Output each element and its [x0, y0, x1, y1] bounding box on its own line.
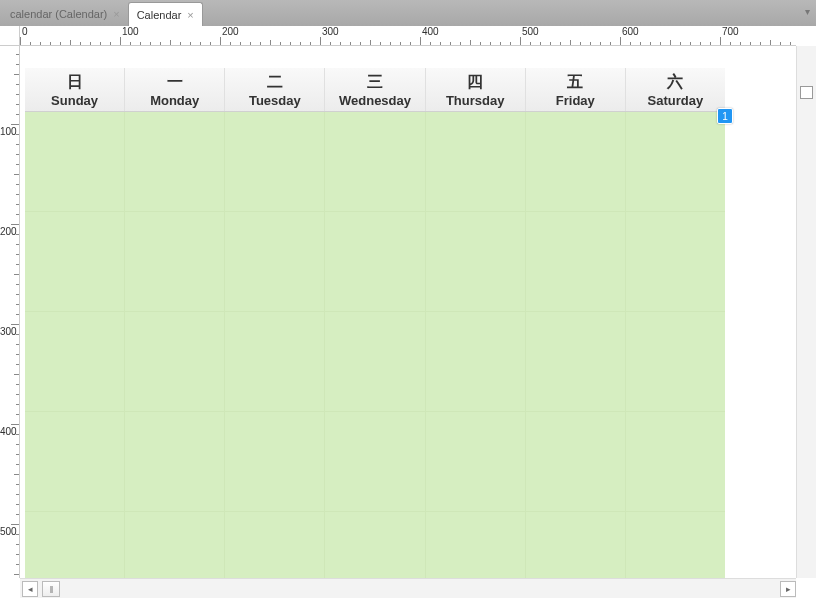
scroll-left-button[interactable]: ◂: [22, 581, 38, 597]
scroll-thumb[interactable]: |||: [42, 581, 60, 597]
calendar-cell[interactable]: [626, 412, 725, 511]
horizontal-scrollbar-area: ◂ ||| ▸: [20, 578, 796, 598]
calendar-header-cell: 五Friday: [526, 68, 626, 111]
calendar-cell[interactable]: [526, 512, 626, 578]
tab-menu-button[interactable]: ▾: [805, 6, 810, 17]
calendar-cell[interactable]: [526, 412, 626, 511]
day-label-eng: Sunday: [25, 93, 124, 108]
calendar-cell[interactable]: [325, 512, 425, 578]
day-label-cjk: 四: [426, 72, 525, 93]
calendar-cell[interactable]: [125, 112, 225, 211]
day-label-eng: Friday: [526, 93, 625, 108]
design-canvas[interactable]: 日Sunday一Monday二Tuesday三Wednesday四Thursda…: [20, 46, 796, 578]
design-workspace: 0100200300400500600700 100200300400500 日…: [0, 26, 816, 598]
calendar-cell[interactable]: [426, 512, 526, 578]
calendar-cell[interactable]: [325, 112, 425, 211]
day-label-eng: Saturday: [626, 93, 725, 108]
day-label-cjk: 二: [225, 72, 324, 93]
calendar-row: [25, 312, 725, 412]
tab-label: calendar (Calendar): [10, 8, 107, 20]
calendar-cell[interactable]: [426, 212, 526, 311]
ruler-label: 500: [0, 526, 17, 537]
day-label-eng: Wednesday: [325, 93, 424, 108]
calendar-cell[interactable]: [125, 412, 225, 511]
day-label-cjk: 日: [25, 72, 124, 93]
calendar-row: [25, 412, 725, 512]
day-label-cjk: 五: [526, 72, 625, 93]
tab-label: Calendar: [137, 9, 182, 21]
calendar-widget[interactable]: 日Sunday一Monday二Tuesday三Wednesday四Thursda…: [25, 68, 725, 578]
day-label-eng: Monday: [125, 93, 224, 108]
calendar-cell[interactable]: [426, 112, 526, 211]
ruler-label: 100: [122, 26, 139, 37]
vertical-ruler: 100200300400500: [0, 46, 20, 578]
calendar-cell[interactable]: [25, 212, 125, 311]
ruler-label: 200: [222, 26, 239, 37]
ruler-label: 300: [0, 326, 17, 337]
calendar-cell[interactable]: [125, 212, 225, 311]
close-icon[interactable]: ×: [187, 9, 193, 21]
calendar-cell[interactable]: [225, 412, 325, 511]
tab-calendar-design[interactable]: Calendar ×: [128, 2, 203, 26]
calendar-row: [25, 112, 725, 212]
calendar-cell[interactable]: [25, 512, 125, 578]
calendar-cell[interactable]: [225, 512, 325, 578]
calendar-cell[interactable]: [325, 312, 425, 411]
calendar-cell[interactable]: [526, 212, 626, 311]
calendar-row: [25, 512, 725, 578]
day-label-eng: Thursday: [426, 93, 525, 108]
calendar-cell[interactable]: [225, 212, 325, 311]
calendar-cell[interactable]: [626, 312, 725, 411]
calendar-cell[interactable]: [426, 312, 526, 411]
calendar-cell[interactable]: [626, 512, 725, 578]
calendar-cell[interactable]: [125, 512, 225, 578]
ruler-label: 400: [0, 426, 17, 437]
calendar-cell[interactable]: [526, 312, 626, 411]
tab-bar: calendar (Calendar) × Calendar × ▾: [0, 0, 816, 26]
overview-box-icon[interactable]: [800, 86, 813, 99]
ruler-label: 300: [322, 26, 339, 37]
ruler-corner: [0, 26, 20, 46]
calendar-cell[interactable]: [25, 312, 125, 411]
calendar-cell[interactable]: [225, 112, 325, 211]
calendar-body: [25, 112, 725, 578]
calendar-cell[interactable]: [25, 112, 125, 211]
calendar-header-cell: 一Monday: [125, 68, 225, 111]
calendar-cell[interactable]: [125, 312, 225, 411]
handle-label: 1: [722, 111, 728, 122]
day-label-cjk: 一: [125, 72, 224, 93]
ruler-label: 100: [0, 126, 17, 137]
calendar-header-cell: 日Sunday: [25, 68, 125, 111]
ruler-label: 500: [522, 26, 539, 37]
calendar-cell[interactable]: [325, 412, 425, 511]
calendar-cell[interactable]: [225, 312, 325, 411]
calendar-header-cell: 四Thursday: [426, 68, 526, 111]
scroll-track[interactable]: |||: [40, 581, 780, 597]
scroll-right-button[interactable]: ▸: [780, 581, 796, 597]
ruler-label: 400: [422, 26, 439, 37]
ruler-label: 200: [0, 226, 17, 237]
horizontal-ruler: 0100200300400500600700: [20, 26, 796, 46]
calendar-cell[interactable]: [426, 412, 526, 511]
ruler-label: 600: [622, 26, 639, 37]
day-label-eng: Tuesday: [225, 93, 324, 108]
ruler-label: 0: [22, 26, 28, 37]
calendar-header: 日Sunday一Monday二Tuesday三Wednesday四Thursda…: [25, 68, 725, 112]
calendar-cell[interactable]: [626, 212, 725, 311]
ruler-label: 700: [722, 26, 739, 37]
calendar-header-cell: 三Wednesday: [325, 68, 425, 111]
calendar-header-cell: 二Tuesday: [225, 68, 325, 111]
calendar-cell[interactable]: [526, 112, 626, 211]
day-label-cjk: 三: [325, 72, 424, 93]
calendar-row: [25, 212, 725, 312]
vertical-scrollbar-area: [796, 46, 816, 578]
calendar-cell[interactable]: [325, 212, 425, 311]
calendar-cell[interactable]: [626, 112, 725, 211]
calendar-cell[interactable]: [25, 412, 125, 511]
selection-handle[interactable]: 1: [717, 108, 733, 124]
day-label-cjk: 六: [626, 72, 725, 93]
calendar-header-cell: 六Saturday: [626, 68, 725, 111]
tab-calendar-file[interactable]: calendar (Calendar) ×: [2, 2, 128, 26]
close-icon[interactable]: ×: [113, 8, 119, 20]
